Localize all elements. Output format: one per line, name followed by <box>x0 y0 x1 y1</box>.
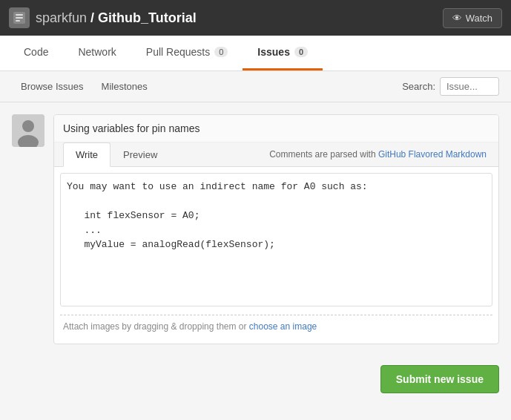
eye-icon: 👁 <box>452 13 462 24</box>
sub-nav: Browse Issues Milestones Search: <box>0 71 511 102</box>
header: sparkfun / Github_Tutorial 👁 Watch <box>0 0 511 36</box>
editor-tabs: Write Preview Comments are parsed with G… <box>54 142 498 167</box>
watch-label: Watch <box>466 13 492 24</box>
milestones-link[interactable]: Milestones <box>93 78 156 95</box>
tab-pull-requests-label: Pull Requests <box>146 46 210 58</box>
browse-issues-label: Browse Issues <box>21 81 84 92</box>
issue-body-textarea[interactable]: You may want to use an indirect name for… <box>60 173 492 306</box>
pull-requests-badge: 0 <box>214 47 228 57</box>
tab-write-label: Write <box>76 149 98 160</box>
repo-icon <box>9 7 30 28</box>
search-area: Search: <box>402 77 499 96</box>
search-label: Search: <box>402 81 435 92</box>
tab-issues[interactable]: Issues 0 <box>243 36 323 70</box>
watch-button[interactable]: 👁 Watch <box>443 8 502 28</box>
tab-network[interactable]: Network <box>63 36 131 70</box>
choose-image-label: choose an image <box>249 321 317 332</box>
sub-nav-left: Browse Issues Milestones <box>12 78 156 95</box>
markdown-note: Comments are parsed with GitHub Flavored… <box>269 149 489 160</box>
tab-issues-label: Issues <box>257 46 290 58</box>
tab-code[interactable]: Code <box>9 36 63 70</box>
org-name: sparkfun <box>36 10 87 25</box>
attach-area: Attach images by dragging & dropping the… <box>60 315 492 338</box>
milestones-label: Milestones <box>102 81 148 92</box>
avatar <box>12 114 44 147</box>
header-left: sparkfun / Github_Tutorial <box>9 7 197 28</box>
nav-tabs: Code Network Pull Requests 0 Issues 0 <box>0 36 511 71</box>
separator: / <box>90 10 98 25</box>
tab-preview[interactable]: Preview <box>111 142 170 167</box>
markdown-link[interactable]: GitHub Flavored Markdown <box>378 149 487 160</box>
tab-code-label: Code <box>24 46 48 58</box>
attach-text: Attach images by dragging & dropping the… <box>63 321 246 332</box>
markdown-link-label: GitHub Flavored Markdown <box>378 149 487 160</box>
issue-title-input[interactable] <box>54 115 498 142</box>
tab-network-label: Network <box>78 46 116 58</box>
main-content: Write Preview Comments are parsed with G… <box>0 102 511 356</box>
svg-rect-3 <box>16 20 20 22</box>
markdown-note-text: Comments are parsed with <box>269 149 375 160</box>
tab-write[interactable]: Write <box>63 142 111 167</box>
svg-rect-2 <box>16 17 23 19</box>
svg-rect-1 <box>16 14 23 16</box>
editor-tab-group: Write Preview <box>63 142 170 166</box>
search-input[interactable] <box>440 77 499 96</box>
repo-name: Github_Tutorial <box>98 10 197 25</box>
submit-issue-button[interactable]: Submit new issue <box>380 365 499 393</box>
footer: Submit new issue <box>0 356 511 402</box>
issues-badge: 0 <box>294 47 308 57</box>
svg-point-5 <box>22 120 34 132</box>
tab-preview-label: Preview <box>123 149 157 160</box>
submit-label: Submit new issue <box>396 373 484 385</box>
issue-form: Write Preview Comments are parsed with G… <box>53 114 499 344</box>
choose-image-link[interactable]: choose an image <box>249 321 317 332</box>
tab-pull-requests[interactable]: Pull Requests 0 <box>131 36 243 70</box>
browse-issues-link[interactable]: Browse Issues <box>12 78 93 95</box>
issue-body-area: You may want to use an indirect name for… <box>54 167 498 315</box>
repo-title: sparkfun / Github_Tutorial <box>36 10 197 26</box>
